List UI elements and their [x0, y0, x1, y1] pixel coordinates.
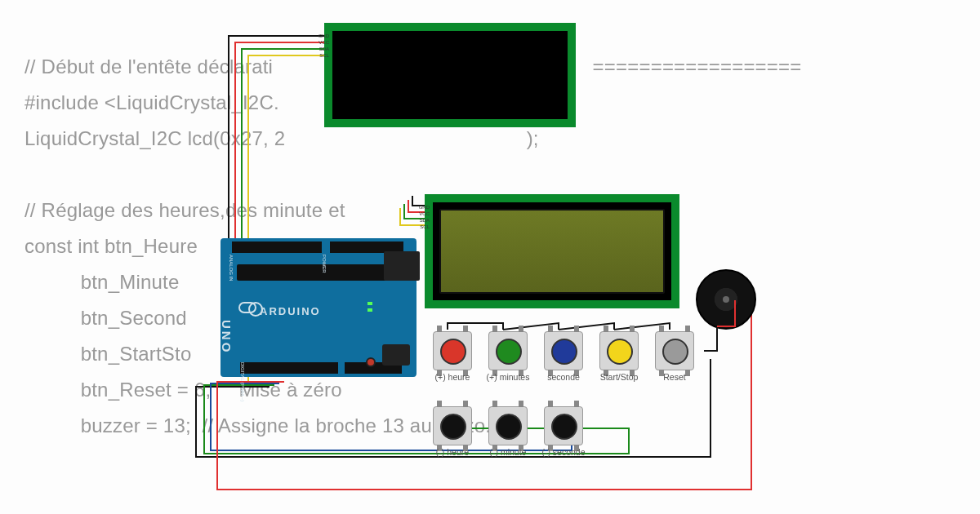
- top-button-3[interactable]: [599, 331, 639, 370]
- top-button-4[interactable]: [655, 331, 694, 370]
- bottom-button-label-0: (-) heure: [424, 447, 481, 457]
- button-cap-icon: [662, 339, 688, 365]
- piezo-buzzer[interactable]: [696, 269, 756, 330]
- arduino-uno[interactable]: ARDUINO UNO ANALOG IN POWER DIGITAL (PWM…: [220, 238, 416, 377]
- top-button-label-0: (+) heure: [424, 372, 481, 382]
- button-cap-icon: [551, 339, 577, 365]
- top-button-label-1: (+) minutes: [479, 372, 537, 382]
- arduino-model-text: UNO: [220, 320, 234, 354]
- button-cap-icon: [440, 414, 466, 440]
- digital-label: DIGITAL (PWM ~): [240, 362, 245, 401]
- button-cap-icon: [607, 339, 633, 365]
- bottom-button-0[interactable]: [433, 406, 472, 445]
- power-jack: [382, 344, 410, 366]
- usb-port: [384, 251, 420, 281]
- atmega-chip: [237, 264, 400, 281]
- bottom-button-label-1: (-) minute: [479, 447, 537, 457]
- top-button-1[interactable]: [488, 331, 528, 370]
- lcd2-pin-labels: GNDVCCSDASCL: [415, 204, 430, 230]
- arduino-brand-text: ARDUINO: [260, 305, 321, 317]
- top-button-label-4: Reset: [646, 372, 703, 382]
- lcd1-pin-labels: GNDVCCSDASCL: [314, 33, 329, 59]
- button-cap-icon: [440, 339, 466, 365]
- top-button-0[interactable]: [433, 331, 472, 370]
- top-button-label-2: seconde: [535, 372, 592, 382]
- circuit-schematic: GNDVCCSDASCL GNDVCCSDASCL ARDUINO UNO AN…: [0, 0, 980, 514]
- button-cap-icon: [496, 414, 522, 440]
- button-cap-icon: [496, 339, 522, 365]
- lcd-display-1[interactable]: GNDVCCSDASCL: [324, 23, 576, 127]
- top-button-label-3: Start/Stop: [590, 372, 648, 382]
- bottom-button-label-2: (-) seconde: [535, 447, 592, 457]
- reset-button-board[interactable]: [366, 357, 376, 367]
- bottom-button-2[interactable]: [544, 406, 583, 445]
- analog-in-label: ANALOG IN: [229, 255, 234, 281]
- button-cap-icon: [551, 414, 577, 440]
- top-button-2[interactable]: [544, 331, 583, 370]
- power-label: POWER: [322, 255, 327, 273]
- lcd-display-2[interactable]: GNDVCCSDASCL: [425, 194, 679, 308]
- lcd2-screen: [439, 209, 665, 294]
- arduino-logo-icon: [238, 302, 256, 313]
- bottom-button-1[interactable]: [488, 406, 528, 445]
